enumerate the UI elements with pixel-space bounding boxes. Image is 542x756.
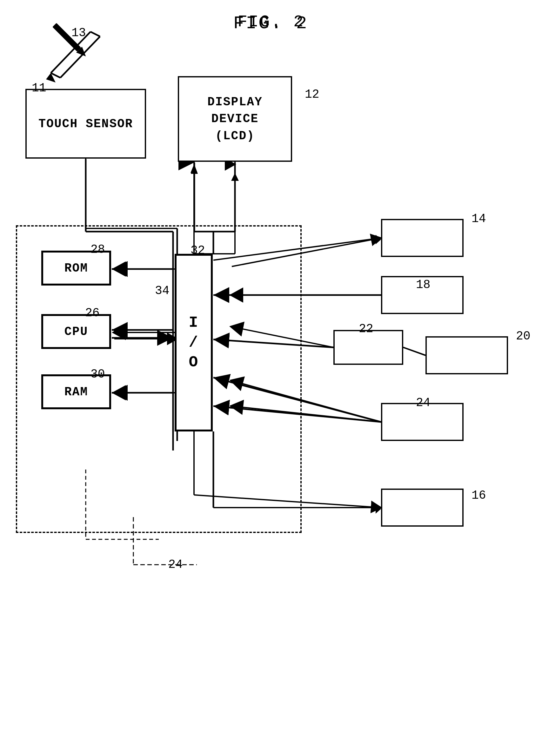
label-18: 18: [416, 278, 431, 292]
touch-sensor-text: TOUCH SENSOR: [38, 117, 133, 131]
label-34: 34: [155, 284, 169, 298]
display-box: DISPLAY DEVICE (LCD): [178, 76, 292, 162]
svg-line-37: [51, 73, 60, 78]
label-26: 26: [85, 306, 100, 320]
display-text-3: (LCD): [207, 128, 262, 144]
svg-marker-6: [76, 47, 89, 59]
io-text-3: O: [189, 352, 199, 372]
label-20: 20: [516, 329, 531, 343]
box-20: [426, 336, 508, 374]
svg-marker-45: [191, 164, 198, 174]
touch-sensor-box: TOUCH SENSOR: [25, 89, 146, 159]
label-32: 32: [190, 244, 205, 257]
label-12: 12: [305, 88, 320, 101]
label-28: 28: [90, 243, 105, 256]
display-text-2: DEVICE: [207, 110, 262, 127]
svg-marker-61: [376, 504, 381, 514]
label-24-right: 24: [416, 396, 431, 410]
svg-marker-12: [231, 173, 239, 181]
display-text-1: DISPLAY: [207, 94, 262, 110]
svg-marker-39: [46, 73, 56, 82]
io-text-1: I: [189, 313, 199, 332]
svg-marker-20: [190, 164, 197, 173]
rom-text: ROM: [64, 261, 88, 275]
label-30: 30: [90, 367, 105, 381]
svg-line-36: [60, 36, 100, 78]
svg-line-56: [403, 347, 426, 355]
label-24-bottom: 24: [168, 558, 183, 571]
label-22: 22: [359, 322, 374, 336]
ram-text: RAM: [64, 385, 88, 399]
svg-line-24: [403, 347, 426, 355]
label-16: 16: [472, 489, 486, 502]
cpu-text: CPU: [64, 325, 88, 339]
io-box: I / O: [175, 254, 213, 431]
label-13: 13: [71, 26, 86, 40]
io-text-2: /: [189, 333, 199, 352]
svg-marker-53: [376, 235, 381, 244]
box-14: [381, 219, 464, 257]
cpu-box: CPU: [41, 314, 111, 349]
diagram-container: FIG. 2: [0, 0, 542, 756]
label-14: 14: [472, 212, 486, 226]
box-16: [381, 489, 464, 527]
label-11: 11: [32, 81, 46, 95]
